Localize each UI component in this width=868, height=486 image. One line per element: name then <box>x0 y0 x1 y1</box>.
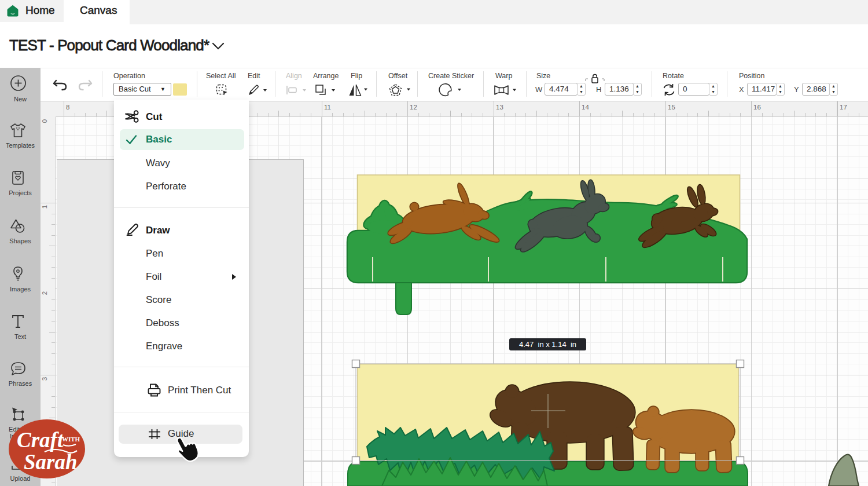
svg-text:Sarah: Sarah <box>24 450 78 474</box>
svg-text:Craft: Craft <box>17 428 64 452</box>
svg-text:WITH: WITH <box>62 436 80 443</box>
